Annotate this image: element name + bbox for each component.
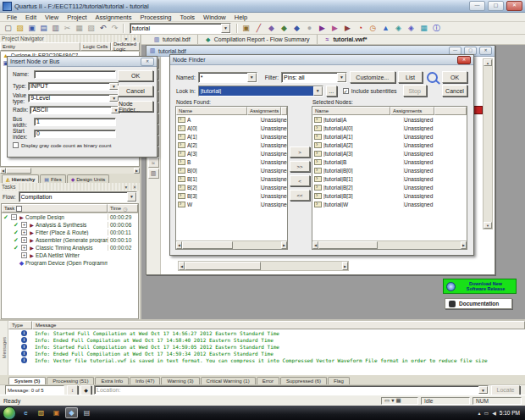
W[interactable]: W Unassigned xyxy=(176,200,287,208)
message-row[interactable]: Info: Started Full Compilation at Wed Oc… xyxy=(8,343,525,350)
browser-icon[interactable]: e xyxy=(19,407,32,418)
paste-icon[interactable]: ▧ xyxy=(86,23,97,33)
field-input[interactable]: ▼ xyxy=(34,118,116,126)
scroll-right-icon[interactable]: ▶ xyxy=(342,262,348,270)
maximize-button[interactable]: ▢ xyxy=(488,1,504,11)
entity-combo[interactable]: ▼ xyxy=(130,23,231,34)
dialog-titlebar[interactable]: Node Finder ✕ xyxy=(170,55,473,65)
documentation-button[interactable]: Documentation xyxy=(445,298,512,309)
menu-item[interactable]: View xyxy=(41,14,63,21)
chevron-down-icon[interactable]: ▼ xyxy=(313,86,323,96)
|tutorial|W[interactable]: |tutorial|W Unassigned xyxy=(312,200,467,208)
B[2][interactable]: B[2] Unassigned xyxy=(176,183,287,191)
|tutorial|A[interactable]: |tutorial|A Unassigned xyxy=(312,115,467,124)
expand-icon[interactable]: − xyxy=(11,214,17,220)
|tutorial|B[1][interactable]: |tutorial|B[1] Unassigned xyxy=(312,174,467,183)
checkbox-checked-icon[interactable]: ✓ xyxy=(343,88,349,94)
editor-hscrollbar[interactable]: ◀ ▶ xyxy=(178,261,349,271)
panel-close-button[interactable]: ✕ xyxy=(131,36,138,41)
panel-close-button[interactable]: ✕ xyxy=(131,185,138,190)
start-button[interactable] xyxy=(3,406,16,420)
redo-icon[interactable]: ↷ xyxy=(109,23,120,33)
message-tab[interactable]: Warning (3) xyxy=(161,377,199,384)
message-row[interactable]: Info: Started Full Compilation at Wed Oc… xyxy=(8,329,525,336)
A[1][interactable]: A[1] Unassigned xyxy=(176,132,287,141)
navigator-tab[interactable]: ◆ Design Units xyxy=(67,174,110,183)
assignment-editor-icon[interactable]: ◆ xyxy=(279,23,290,33)
node-finder-button[interactable]: Node Finder... xyxy=(118,101,153,112)
scroll-down-icon[interactable]: ▼ xyxy=(484,222,492,229)
B[1][interactable]: B[1] Unassigned xyxy=(176,174,287,183)
field-input[interactable]: ▼ xyxy=(28,94,119,102)
navigator-tab[interactable]: ◭ Hierarchy xyxy=(2,174,39,183)
stop-icon[interactable]: ● xyxy=(304,23,315,33)
info-icon[interactable]: ⓘ xyxy=(431,23,442,33)
flow-combo[interactable]: ▼ xyxy=(19,191,137,202)
chevron-down-icon[interactable]: ▼ xyxy=(478,386,488,394)
clock[interactable]: 5:10 PM xyxy=(500,410,522,416)
dialog-titlebar[interactable]: Insert Node or Bus ✕ xyxy=(8,57,157,67)
panel-float-button[interactable]: ▾ xyxy=(123,36,130,41)
document-tab[interactable]: ≈ tutorial.vwf* xyxy=(317,35,374,44)
chevron-down-icon[interactable]: ▼ xyxy=(221,24,230,33)
app-icon[interactable]: ▣ xyxy=(50,407,63,418)
message-tab[interactable]: Info (47) xyxy=(130,377,160,384)
task-row[interactable]: ◆ Program Device (Open Programmer) xyxy=(2,259,138,267)
dialog-close-button[interactable]: ✕ xyxy=(141,58,154,66)
look-in-combo[interactable]: ▼ xyxy=(198,86,323,97)
print-icon[interactable]: ▥ xyxy=(50,23,61,33)
scroll-right-icon[interactable]: ▶ xyxy=(281,241,287,249)
menu-item[interactable]: Help xyxy=(230,14,251,21)
chip-planner-icon[interactable]: ▦ xyxy=(418,23,429,33)
B[3][interactable]: B[3] Unassigned xyxy=(176,191,287,200)
A[0][interactable]: A[0] Unassigned xyxy=(176,124,287,132)
|tutorial|B[3][interactable]: |tutorial|B[3] Unassigned xyxy=(312,191,467,200)
check-all-icon[interactable] xyxy=(16,206,22,212)
pen-icon[interactable]: ╱ xyxy=(253,23,264,33)
settings-icon[interactable]: ◆ xyxy=(266,23,277,33)
expand-icon[interactable]: + xyxy=(21,222,27,228)
|tutorial|B[interactable]: |tutorial|B Unassigned xyxy=(312,158,467,166)
grid-icon[interactable]: ▥ xyxy=(148,169,159,179)
start-compilation-icon[interactable]: ▶ xyxy=(317,23,328,33)
field-input[interactable]: ▼ xyxy=(30,106,121,114)
cut-icon[interactable]: ✂ xyxy=(62,23,73,33)
menu-item[interactable]: Edit xyxy=(21,14,41,21)
task-row[interactable]: + ▶ EDA Netlist Writer xyxy=(2,251,138,259)
scroll-up-icon[interactable]: ▲ xyxy=(484,59,492,66)
scroll-right-icon[interactable]: ▶ xyxy=(134,168,140,174)
editor-vscrollbar[interactable]: ▲ ▼ xyxy=(483,58,493,229)
new-file-icon[interactable]: ▢ xyxy=(3,23,14,33)
checkbox-unchecked-icon[interactable] xyxy=(13,142,19,148)
chevron-down-icon[interactable]: ▼ xyxy=(127,192,136,202)
add-all-button[interactable]: >> xyxy=(290,161,310,172)
list-button[interactable]: List xyxy=(398,71,423,83)
previous-message-button[interactable]: ↕ xyxy=(67,385,78,395)
message-tab[interactable]: System (5) xyxy=(8,377,46,384)
message-tab[interactable]: Extra Info xyxy=(95,377,129,384)
chevron-down-icon[interactable]: ▼ xyxy=(337,73,346,82)
expand-icon[interactable]: + xyxy=(21,245,27,251)
field-input[interactable]: ▼ xyxy=(28,82,119,91)
programmer-icon[interactable]: ◈ xyxy=(406,23,417,33)
message-tab[interactable]: Processing (51) xyxy=(47,377,94,384)
filter-combo[interactable]: ▼ xyxy=(281,72,347,83)
pin-planner-icon[interactable]: ◆ xyxy=(291,23,302,33)
open-file-icon[interactable]: ▨ xyxy=(14,23,25,33)
message-tab[interactable]: Error xyxy=(257,377,279,384)
task-row[interactable]: ✓ − ▶ Compile Design 00:00:29 xyxy=(2,213,138,221)
B[interactable]: B Unassigned xyxy=(176,158,287,166)
remove-all-button[interactable]: << xyxy=(290,190,310,201)
menu-item[interactable]: Window xyxy=(199,14,230,21)
project-navigator-hscrollbar[interactable]: ◀ ▶ xyxy=(0,167,140,174)
|tutorial|A[2][interactable]: |tutorial|A[2] Unassigned xyxy=(312,141,467,149)
menu-item[interactable]: File xyxy=(3,14,21,21)
browse-button[interactable]: ... xyxy=(326,86,337,97)
message-row[interactable]: Info: Vector file tutorial.vwf is saved … xyxy=(8,356,525,363)
list-hscrollbar[interactable]: ◀ ▶ xyxy=(176,240,287,249)
field-input[interactable]: ▼ xyxy=(34,130,116,138)
document-tab[interactable]: ◆ Compilation Report - Flow Summary xyxy=(197,35,317,44)
cancel-button[interactable]: Cancel xyxy=(118,86,153,97)
folder-icon[interactable]: ▨ xyxy=(35,407,47,418)
message-row[interactable]: Info: Ended Full Compilation at Wed Oct … xyxy=(8,350,525,356)
